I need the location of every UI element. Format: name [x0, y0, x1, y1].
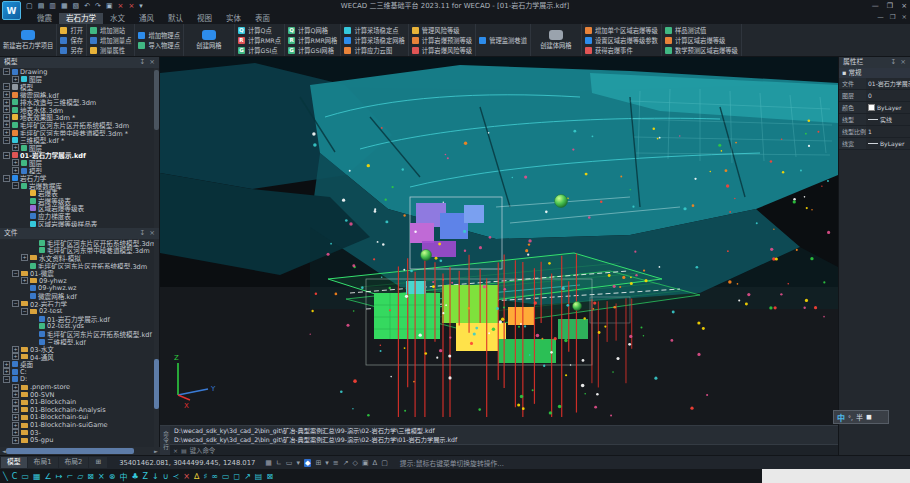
tree-expander[interactable]: − — [3, 152, 10, 159]
offset-icon[interactable]: ▱ — [77, 472, 83, 481]
tree-item[interactable]: +05-gpu — [0, 436, 159, 444]
tree-item[interactable]: 毛坪矿区河东片区开拓系统模型.3dm — [0, 262, 159, 270]
tree-expander[interactable]: + — [12, 144, 19, 151]
tree-expander[interactable]: + — [12, 353, 19, 360]
close-button[interactable]: × — [901, 0, 907, 12]
tree-item[interactable]: +01-Blockchain-Analysis — [0, 406, 159, 414]
tree-expander[interactable]: + — [3, 368, 10, 375]
ortho-icon[interactable]: ∟ — [276, 459, 282, 467]
tree-expander[interactable]: − — [3, 376, 10, 383]
tree-item[interactable]: 区域岩爆等级表 — [0, 205, 159, 213]
tree-expander[interactable]: + — [21, 254, 28, 261]
dynamic-input-icon[interactable]: ↗ — [343, 459, 349, 467]
close-icon[interactable]: × — [149, 228, 155, 239]
arc-icon[interactable]: C — [12, 472, 18, 481]
pin-icon[interactable]: ↧ — [140, 228, 146, 239]
rect-icon[interactable]: ▭ — [21, 472, 29, 481]
viewport-icon[interactable]: ▣ — [106, 0, 113, 12]
property-row[interactable]: 线型实线 — [839, 114, 910, 126]
tree-expander[interactable]: − — [12, 270, 19, 277]
tree-item[interactable]: 三维模型.kdf — [0, 338, 159, 346]
ribbon-button[interactable]: 另存 — [60, 45, 83, 55]
array-icon[interactable]: ⊠ — [87, 472, 94, 481]
tree-item[interactable]: +01-Blockchain-sui — [0, 414, 159, 422]
fullscreen-icon[interactable]: ▢ — [381, 459, 388, 467]
ime-toolbar[interactable]: 中 °, 半 ◼ — [833, 410, 889, 424]
less-icon[interactable]: ≺ — [173, 472, 180, 481]
tree-expander[interactable]: + — [12, 406, 19, 413]
ribbon-button[interactable]: 获得岩爆事件 — [585, 45, 658, 55]
ribbon-button[interactable]: 计算区域岩爆等级 — [665, 35, 738, 45]
tree-item[interactable]: +模型 — [0, 167, 159, 175]
tree-item[interactable]: +01-Blockchain — [0, 398, 159, 406]
ribbon-button[interactable]: 样品测试值 — [665, 25, 738, 35]
text-icon[interactable]: 中 — [119, 471, 127, 482]
erase-icon[interactable]: × — [98, 472, 105, 481]
print-icon[interactable]: ▧ — [73, 0, 80, 12]
osnap-dropdown-icon[interactable]: ▾ — [325, 459, 329, 467]
ribbon-button[interactable]: 设置区域岩爆等级参数 — [585, 35, 658, 45]
mirror-icon[interactable]: ⌐ — [66, 472, 73, 481]
ribbon-button[interactable]: 保存 — [60, 35, 83, 45]
tree-item[interactable]: −岩爆数据库 — [0, 182, 159, 190]
tree-expander[interactable]: + — [3, 106, 10, 113]
tree-item[interactable]: +.pnpm-store — [0, 383, 159, 391]
transparency-icon[interactable]: ◇ — [353, 459, 358, 467]
tree-item[interactable]: 应力梯度表 — [0, 212, 159, 220]
annotation-icon[interactable]: ▣ — [362, 459, 369, 467]
open-file-icon[interactable]: ▤ — [38, 0, 45, 12]
move-icon[interactable]: ↦ — [56, 472, 63, 481]
tree-item[interactable]: 区域岩爆等级样品表 — [0, 220, 159, 228]
tree-expander[interactable]: − — [12, 182, 19, 189]
workspace-icon[interactable]: ∆ — [373, 459, 378, 467]
isometric-icon[interactable]: ◆ — [304, 459, 311, 467]
layout-tab-1[interactable]: 布局1 — [28, 457, 58, 468]
undo-icon[interactable]: ↶ — [84, 0, 90, 12]
tree-expander[interactable]: + — [12, 167, 19, 174]
app-logo-icon[interactable]: W — [2, 1, 21, 20]
arrow-icon[interactable]: ↗ — [244, 472, 251, 481]
tree-expander[interactable]: + — [12, 429, 19, 436]
ribbon-big-button[interactable]: 新建岩石力学项目 — [0, 24, 57, 56]
properties-group-header[interactable]: ▪ 常规 — [839, 68, 910, 78]
link-icon[interactable]: ∞ — [211, 472, 218, 481]
tree-expander[interactable]: + — [3, 99, 10, 106]
tree-expander[interactable]: − — [3, 175, 10, 182]
ribbon-button[interactable]: 增加单个区域岩爆等级 — [585, 25, 658, 35]
ime-language-icon[interactable]: 中 — [837, 412, 845, 423]
angle-icon[interactable]: ∠ — [45, 472, 52, 481]
tree-expander[interactable]: + — [12, 422, 19, 429]
ribbon-button[interactable]: 计算应力云图 — [344, 45, 404, 55]
tree-item[interactable]: +图层 — [0, 159, 159, 167]
tree-item[interactable]: −三维模型.kdf * — [0, 136, 159, 144]
tree-item[interactable]: +03-水文 — [0, 345, 159, 353]
circle-icon[interactable]: ⊗ — [109, 472, 116, 481]
ribbon-button[interactable]: 数学预测区域岩爆等级 — [665, 45, 738, 55]
tree-item[interactable]: +水文资料-模拟 — [0, 254, 159, 262]
ribbon-button[interactable]: Q计算Q网格 — [288, 25, 337, 35]
tree-expander[interactable]: − — [21, 308, 28, 315]
ribbon-button[interactable]: G计算GSI点 — [238, 45, 281, 55]
close-icon[interactable]: × — [173, 447, 178, 454]
layout-tab-2[interactable]: 布局2 — [59, 457, 89, 468]
viewport-3d[interactable]: Z Y X — [160, 57, 838, 425]
ribbon-button[interactable]: 打开 — [60, 25, 83, 35]
ribbon-button[interactable]: R计算RMR网格 — [288, 35, 337, 45]
tree-expander[interactable]: − — [12, 300, 19, 307]
tree-item[interactable]: +09-yhwz — [0, 277, 159, 285]
layout-tab-0[interactable]: 模型 — [1, 457, 27, 468]
hatch-icon[interactable]: ▦ — [33, 472, 41, 481]
ribbon-button[interactable]: 管理监测巷道 — [479, 35, 527, 45]
tree-item[interactable]: +C: — [0, 368, 159, 376]
snap-icon[interactable]: ▭ — [286, 459, 293, 467]
property-row[interactable]: 线型比例1 — [839, 126, 910, 138]
ribbon-button[interactable]: 管理风险等级 — [412, 25, 472, 35]
sharp-icon[interactable]: ♯ — [203, 472, 207, 481]
property-row[interactable]: 文件01-岩石力学展示... — [839, 78, 910, 90]
tab-1[interactable]: 岩石力学 — [59, 13, 103, 24]
tab-0[interactable]: 微震 — [30, 13, 59, 24]
ime-punctuation-icon[interactable]: °, — [848, 414, 853, 421]
erase-icon[interactable]: × — [128, 0, 134, 12]
ime-halfwidth-icon[interactable]: 半 — [856, 412, 863, 422]
tree-expander[interactable]: + — [3, 91, 10, 98]
